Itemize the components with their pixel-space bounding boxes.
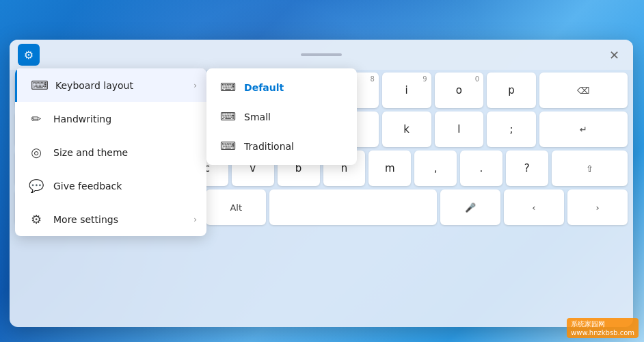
- menu-item-more-settings[interactable]: ⚙ More settings ›: [15, 202, 206, 236]
- handwriting-icon: ✏: [29, 111, 44, 126]
- close-button[interactable]: ✕: [604, 45, 625, 65]
- key-backspace[interactable]: ⌫: [539, 73, 628, 108]
- traditional-keyboard-icon: ⌨: [220, 140, 236, 153]
- menu-item-handwriting-label: Handwriting: [53, 114, 111, 124]
- key-shift-right[interactable]: ⇧: [552, 150, 628, 186]
- menu-item-keyboard-layout-label: Keyboard layout: [55, 80, 133, 91]
- panel-header: ⚙ ✕: [10, 40, 633, 70]
- menu-item-size-theme-label: Size and theme: [53, 147, 128, 158]
- menu-item-more-settings-label: More settings: [53, 214, 118, 225]
- sub-menu-item-traditional[interactable]: ⌨ Traditional: [206, 131, 357, 161]
- key-i[interactable]: i9: [382, 73, 431, 108]
- more-settings-icon: ⚙: [29, 212, 44, 226]
- menu-item-keyboard-layout[interactable]: ⌨ Keyboard layout ›: [15, 68, 206, 102]
- key-enter[interactable]: ↵: [539, 111, 628, 147]
- drag-handle[interactable]: [301, 53, 342, 56]
- settings-gear-button[interactable]: ⚙: [18, 44, 40, 66]
- key-microphone[interactable]: 🎤: [440, 189, 500, 225]
- sub-menu-item-small-label: Small: [244, 111, 271, 122]
- key-right[interactable]: ›: [567, 189, 628, 225]
- small-keyboard-icon: ⌨: [220, 110, 236, 123]
- menu-item-give-feedback-label: Give feedback: [53, 181, 122, 192]
- menu-item-size-theme[interactable]: ◎ Size and theme: [15, 135, 206, 169]
- key-comma[interactable]: ,: [414, 150, 457, 186]
- key-l[interactable]: l: [435, 111, 484, 147]
- key-space[interactable]: [269, 189, 437, 225]
- menu-item-give-feedback[interactable]: 💬 Give feedback: [15, 169, 206, 202]
- settings-menu: ⌨ Keyboard layout › ✏ Handwriting ◎ Size…: [15, 68, 206, 236]
- key-question[interactable]: ?: [506, 150, 548, 186]
- sub-menu-item-small[interactable]: ⌨ Small: [206, 102, 357, 131]
- arrow-icon: ›: [193, 81, 197, 90]
- sub-menu-item-traditional-label: Traditional: [244, 141, 294, 152]
- keyboard-icon: ⌨: [31, 78, 46, 92]
- more-arrow-icon: ›: [193, 215, 197, 224]
- key-p[interactable]: p: [487, 73, 536, 108]
- key-left[interactable]: ‹: [504, 189, 564, 225]
- key-o[interactable]: o0: [435, 73, 484, 108]
- sub-menu-item-default-label: Default: [244, 82, 284, 93]
- watermark-text: 系统家园网: [571, 320, 605, 328]
- key-period[interactable]: .: [460, 150, 502, 186]
- menu-item-handwriting[interactable]: ✏ Handwriting: [15, 102, 206, 135]
- key-k[interactable]: k: [382, 111, 431, 147]
- size-icon: ◎: [29, 145, 44, 159]
- watermark: 系统家园网 www.hnzkbsb.com: [567, 318, 639, 338]
- gear-icon: ⚙: [24, 49, 33, 62]
- feedback-icon: 💬: [29, 179, 44, 193]
- watermark-url: www.hnzkbsb.com: [571, 329, 634, 337]
- key-semicolon[interactable]: ;: [487, 111, 536, 147]
- default-keyboard-icon: ⌨: [220, 81, 236, 94]
- key-m[interactable]: m: [368, 150, 411, 186]
- sub-menu-item-default[interactable]: ⌨ Default: [206, 73, 357, 102]
- key-alt[interactable]: Alt: [206, 189, 266, 225]
- keyboard-panel: ⚙ ✕ q w e r t y u8 i9 o0 p ⌫ a s d f g h: [10, 40, 633, 327]
- sub-menu-keyboard-layout: ⌨ Default ⌨ Small ⌨ Traditional: [206, 68, 357, 165]
